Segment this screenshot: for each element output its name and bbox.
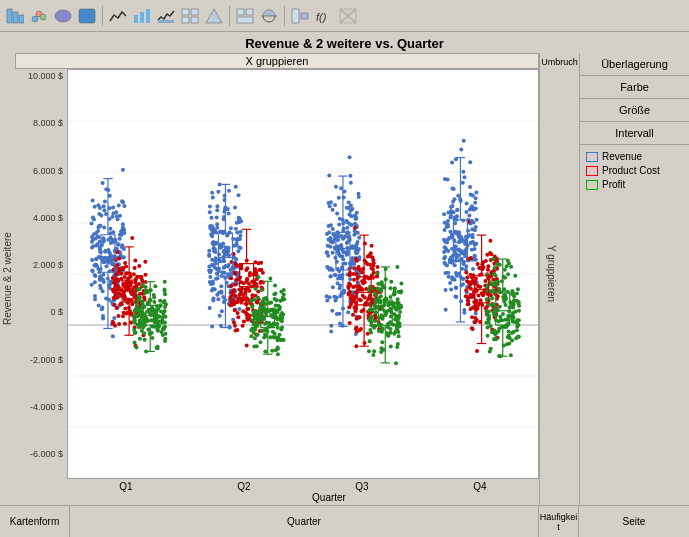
x-axis-title: Quarter: [119, 492, 539, 505]
svg-rect-13: [191, 9, 198, 15]
toolbar-icon-10[interactable]: [234, 5, 256, 27]
svg-rect-1: [13, 12, 18, 23]
scatter-canvas: [68, 70, 538, 478]
svg-rect-0: [7, 9, 12, 23]
x-tick-q3: Q3: [355, 481, 368, 492]
svg-rect-11: [158, 20, 174, 23]
legend-icon-blue: [586, 152, 598, 162]
middle-section: Revenue & 2 weitere X gruppieren 10.000 …: [0, 53, 689, 505]
toolbar-sep-3: [284, 6, 285, 26]
chart-title: Revenue & 2 weitere vs. Quarter: [0, 32, 689, 53]
toolbar-icon-13[interactable]: f(): [313, 5, 335, 27]
toolbar-icon-8[interactable]: [179, 5, 201, 27]
toolbar-icon-3[interactable]: [52, 5, 74, 27]
chart-plot: [67, 69, 539, 479]
legend-item-productcost: Product Cost: [586, 165, 683, 176]
svg-text:f(): f(): [316, 11, 327, 23]
legend-label-profit: Profit: [602, 179, 625, 190]
toolbar-icon-2[interactable]: [28, 5, 50, 27]
svg-rect-9: [140, 12, 144, 23]
y-tick-10k: 10.000 $: [28, 71, 63, 81]
svg-rect-10: [146, 9, 150, 23]
toolbar-icon-9[interactable]: [203, 5, 225, 27]
right-panel: Überlagerung Farbe Größe Intervall Reven…: [579, 53, 689, 505]
bottom-right-split: Häufigkeit Seite: [539, 506, 689, 537]
svg-rect-16: [237, 9, 244, 15]
toolbar-icon-11[interactable]: [258, 5, 280, 27]
bottom-bar: Kartenform Quarter Häufigkeit Seite: [0, 505, 689, 537]
legend-icon-green: [586, 180, 598, 190]
toolbar-icon-12[interactable]: [289, 5, 311, 27]
svg-rect-2: [19, 15, 24, 23]
legend-item-revenue: Revenue: [586, 151, 683, 162]
svg-point-5: [40, 14, 46, 20]
svg-rect-14: [182, 17, 189, 23]
x-axis-labels: Q1 Q2 Q3 Q4: [67, 479, 539, 492]
y-axis-label: Revenue & 2 weitere: [0, 53, 15, 505]
svg-rect-18: [237, 17, 253, 23]
bottom-center-label: Quarter: [70, 506, 539, 537]
y-tick-8k: 8.000 $: [33, 118, 63, 128]
intervall-button[interactable]: Intervall: [580, 122, 689, 145]
kartenform-button[interactable]: Kartenform: [0, 506, 70, 537]
toolbar-icon-14[interactable]: [337, 5, 359, 27]
haufigkeit-label[interactable]: Häufigkeit: [539, 506, 579, 537]
svg-rect-15: [191, 17, 198, 23]
toolbar-icon-7[interactable]: [155, 5, 177, 27]
y-tick-neg4k: -4.000 $: [30, 402, 63, 412]
y-tick-4k: 4.000 $: [33, 213, 63, 223]
seite-button[interactable]: Seite: [579, 506, 689, 537]
svg-point-3: [32, 16, 38, 22]
svg-rect-8: [134, 15, 138, 23]
y-axis-ticks: 10.000 $ 8.000 $ 6.000 $ 4.000 $ 2.000 $…: [15, 69, 67, 479]
legend-area: Revenue Product Cost Profit: [580, 145, 689, 505]
toolbar-icon-6[interactable]: [131, 5, 153, 27]
y-tick-0: 0 $: [50, 307, 63, 317]
y-tick-neg6k: -6.000 $: [30, 449, 63, 459]
legend-item-profit: Profit: [586, 179, 683, 190]
legend-label-productcost: Product Cost: [602, 165, 660, 176]
y-group-label[interactable]: Y gruppieren: [546, 245, 557, 302]
toolbar-sep-1: [102, 6, 103, 26]
chart-area-container: 10.000 $ 8.000 $ 6.000 $ 4.000 $ 2.000 $…: [15, 69, 539, 479]
chart-wrapper: X gruppieren 10.000 $ 8.000 $ 6.000 $ 4.…: [15, 53, 539, 505]
svg-rect-21: [292, 9, 299, 23]
uberlagerung-button[interactable]: Überlagerung: [580, 53, 689, 76]
main-container: f() Revenue & 2 weitere vs. Quarter Reve…: [0, 0, 689, 537]
svg-point-6: [55, 10, 71, 22]
svg-rect-7: [79, 9, 95, 23]
x-tick-q1: Q1: [119, 481, 132, 492]
x-group-bar[interactable]: X gruppieren: [15, 53, 539, 69]
toolbar-icon-1[interactable]: [4, 5, 26, 27]
svg-rect-17: [246, 9, 253, 15]
legend-label-revenue: Revenue: [602, 151, 642, 162]
x-tick-q4: Q4: [473, 481, 486, 492]
svg-rect-12: [182, 9, 189, 15]
content-area: Revenue & 2 weitere vs. Quarter Revenue …: [0, 32, 689, 537]
y-tick-neg2k: -2.000 $: [30, 355, 63, 365]
legend-icon-red: [586, 166, 598, 176]
x-tick-q2: Q2: [237, 481, 250, 492]
farbe-button[interactable]: Farbe: [580, 76, 689, 99]
toolbar-icon-5[interactable]: [107, 5, 129, 27]
svg-rect-22: [301, 13, 308, 19]
toolbar-icon-4[interactable]: [76, 5, 98, 27]
umbruch-label: Umbruch: [541, 57, 578, 67]
toolbar: f(): [0, 0, 689, 32]
y-tick-2k: 2.000 $: [33, 260, 63, 270]
chart-section: Revenue & 2 weitere X gruppieren 10.000 …: [0, 53, 539, 505]
grosse-button[interactable]: Größe: [580, 99, 689, 122]
y-tick-6k: 6.000 $: [33, 166, 63, 176]
toolbar-sep-2: [229, 6, 230, 26]
